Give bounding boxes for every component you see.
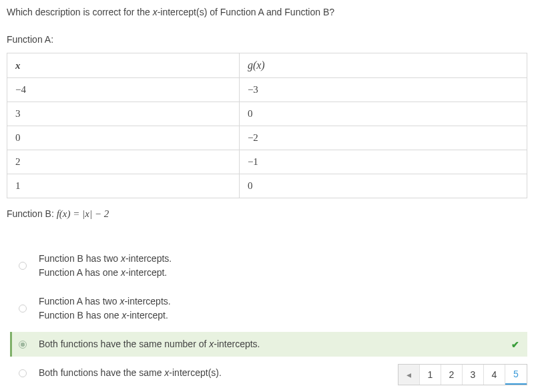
table-row: 2−1 bbox=[7, 150, 527, 174]
table-row: 10 bbox=[7, 174, 527, 198]
table-row: −4−3 bbox=[7, 78, 527, 102]
function-a-table: x g(x) −4−3 30 0−2 2−1 10 bbox=[7, 53, 527, 198]
option-2[interactable]: Function A has two x-intercepts. Functio… bbox=[10, 289, 527, 328]
header-x: x bbox=[7, 53, 240, 78]
page-3[interactable]: 3 bbox=[463, 365, 484, 385]
function-b-expr: f(x) = |x| − 2 bbox=[57, 208, 109, 219]
table-row: 0−2 bbox=[7, 126, 527, 150]
option-3[interactable]: Both functions have the same number of x… bbox=[10, 332, 527, 357]
function-a-label: Function A: bbox=[7, 34, 527, 45]
option-text: Both functions have the same x-intercept… bbox=[39, 366, 222, 380]
option-text: Function A has two x-intercepts. Functio… bbox=[39, 295, 171, 323]
page-1[interactable]: 1 bbox=[420, 365, 441, 385]
table-row: 30 bbox=[7, 102, 527, 126]
option-text: Both functions have the same number of x… bbox=[39, 337, 260, 351]
page-2[interactable]: 2 bbox=[441, 365, 463, 385]
option-text: Function B has two x-intercepts. Functio… bbox=[39, 252, 172, 280]
option-1[interactable]: Function B has two x-intercepts. Functio… bbox=[10, 246, 527, 285]
radio-icon bbox=[19, 369, 27, 377]
question-suffix: -intercept(s) of Function A and Function… bbox=[158, 7, 334, 17]
question-xvar: x bbox=[153, 7, 158, 17]
radio-icon bbox=[19, 341, 27, 349]
page-5[interactable]: 5 bbox=[505, 365, 527, 385]
pagination: ◂ 1 2 3 4 5 bbox=[398, 364, 527, 385]
header-gx: g(x) bbox=[239, 53, 527, 78]
prev-button[interactable]: ◂ bbox=[398, 365, 420, 385]
function-b-label: Function B: f(x) = |x| − 2 bbox=[7, 208, 527, 220]
radio-icon bbox=[19, 305, 27, 313]
radio-icon bbox=[19, 262, 27, 270]
page-4[interactable]: 4 bbox=[484, 365, 505, 385]
check-icon: ✔ bbox=[511, 339, 519, 350]
question-text: Which description is correct for the x-i… bbox=[7, 7, 527, 17]
question-prefix: Which description is correct for the bbox=[7, 7, 153, 17]
